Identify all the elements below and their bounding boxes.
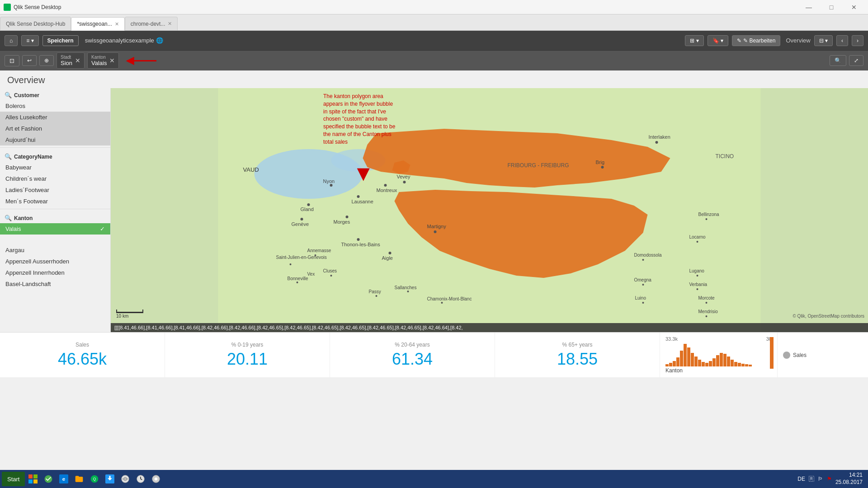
taskbar-icon-1[interactable]	[26, 472, 40, 486]
sidebar-item-appenzell-innerrhoden[interactable]: Appenzell Innerrhoden	[0, 267, 110, 278]
search-icon-customer: 🔍	[5, 92, 12, 99]
legend-sales-circle	[783, 352, 790, 359]
taskbar-time: 14:21 25.08.2017	[835, 472, 863, 486]
tab-swissgeoan[interactable]: *swissgeoan... ✕	[71, 17, 124, 31]
chart-bar-item	[680, 351, 683, 366]
stat-65plus-label: % 65+ years	[562, 342, 592, 348]
sidebar-item-art[interactable]: Art et Fashion	[0, 123, 110, 134]
sidebar-item-babywear[interactable]: Babywear	[0, 162, 110, 173]
bookmark-btn[interactable]: 🔖 ▾	[708, 35, 728, 46]
chart-orange-bar	[770, 337, 774, 369]
expand-btn[interactable]: ⤢	[849, 55, 863, 66]
sidebar-item-aujourdhui[interactable]: Aujourd´hui	[0, 134, 110, 145]
chart-bar-item	[669, 363, 672, 366]
svg-point-60	[642, 302, 644, 304]
sidebar-section-kanton: 🔍 Kanton	[0, 211, 110, 223]
tab-chromedevt[interactable]: chrome-devt... ✕	[125, 17, 178, 30]
svg-text:Lausanne: Lausanne	[352, 199, 373, 204]
filter-chip-stadt-value: Sion	[61, 60, 72, 66]
tab-hub-label: Qlik Sense Desktop-Hub	[6, 21, 65, 27]
sidebar-item-basel-landschaft[interactable]: Basel-Landschaft	[0, 278, 110, 290]
svg-point-40	[441, 302, 443, 304]
app-icon	[4, 4, 11, 11]
search-btn[interactable]: 🔍	[830, 55, 846, 66]
snapshot-icon: ⊞ ▾	[690, 38, 698, 44]
filter-chip-stadt-close[interactable]: ✕	[75, 57, 80, 64]
filter-search-area: 🔍 ⤢	[830, 55, 863, 66]
taskbar-icon-download[interactable]	[103, 472, 117, 486]
taskbar-icon-settings[interactable]	[149, 472, 163, 486]
sidebar-item-appenzell-ausserrhoden[interactable]: Appenzell Ausserrhoden	[0, 256, 110, 267]
filter-forward-btn[interactable]: ⊕	[39, 55, 54, 66]
filter-clear-all-btn[interactable]: ⊡	[5, 55, 19, 66]
taskbar-icon-2[interactable]	[41, 472, 56, 486]
sidebar-item-aargau[interactable]: Aargau	[0, 244, 110, 256]
taskbar: Start e Q DE 🇷 🏳 ⚑ 14:21 25.08.2017	[0, 470, 868, 488]
map-tooltip-bar: [[[[8.41,46.66],[8.41,46.66],[8.41,46.66…	[111, 323, 868, 332]
chart-bar-item	[720, 353, 723, 366]
filter-chip-kanton-label: Kanton	[91, 55, 107, 60]
edit-btn[interactable]: ✎ ✎ Bearbeiten	[732, 35, 780, 46]
filter-chip-kanton-close[interactable]: ✕	[109, 57, 115, 64]
overview-label: Overview	[786, 37, 810, 44]
nav-btn[interactable]: ≡ ▾	[21, 35, 38, 46]
taskbar-flag2: 🏳	[818, 476, 823, 482]
filter-chip-stadt-label: Stadt	[61, 55, 72, 60]
maximize-btn[interactable]: □	[821, 0, 842, 14]
start-button[interactable]: Start	[2, 472, 25, 486]
svg-point-38	[407, 291, 409, 292]
sidebar-item-mens-footwear[interactable]: Men´s Footwear	[0, 196, 110, 207]
svg-text:Lugano: Lugano	[689, 268, 705, 273]
stats-bar: Sales 46.65k % 0-19 years 20.11 % 20-64 …	[0, 332, 868, 377]
forward-btn[interactable]: ›	[852, 35, 863, 46]
svg-text:Montreux: Montreux	[377, 188, 397, 193]
back-btn[interactable]: ‹	[836, 35, 848, 46]
stat-20-64-label: % 20-64 years	[395, 342, 429, 348]
filter-chip-kanton[interactable]: Kanton Valais ✕	[87, 52, 119, 69]
sidebar-item-boleros[interactable]: Boleros	[0, 100, 110, 112]
legend-sales: Sales	[783, 352, 863, 359]
tab-hub[interactable]: Qlik Sense Desktop-Hub	[0, 17, 71, 30]
stat-0-19-value: 20.11	[227, 350, 268, 369]
sidebar-item-empty[interactable]	[0, 235, 110, 244]
taskbar-icon-folder[interactable]	[72, 472, 86, 486]
home-btn[interactable]: ⌂	[5, 35, 18, 46]
sidebar-item-ladies-footwear[interactable]: Ladies´Footwear	[0, 184, 110, 196]
minimize-btn[interactable]: —	[798, 0, 819, 14]
arrow-annotation: ◀	[126, 55, 156, 66]
svg-point-48	[642, 259, 644, 261]
chart-bar-item	[676, 357, 679, 366]
filter-chip-stadt[interactable]: Stadt Sion ✕	[57, 52, 85, 69]
window-title: Qlik Sense Desktop	[14, 4, 798, 10]
tab-chromedevt-close[interactable]: ✕	[168, 21, 172, 27]
svg-text:Saint-Julien-en-Genevois: Saint-Julien-en-Genevois	[276, 255, 327, 260]
snapshot-btn[interactable]: ⊞ ▾	[685, 35, 703, 46]
map-tooltip-text: [[[[8.41,46.66],[8.41,46.66],[8.41,46.66…	[114, 325, 463, 330]
svg-text:Annemasse: Annemasse	[307, 248, 331, 253]
taskbar-icon-clock[interactable]	[133, 472, 148, 486]
filter-back-btn[interactable]: ↩	[22, 55, 37, 66]
sidebar-categoryname-title: CategoryName	[14, 154, 52, 160]
bookmark-icon: 🔖 ▾	[712, 38, 723, 44]
close-btn[interactable]: ✕	[844, 0, 864, 14]
taskbar-icon-5[interactable]: Q	[87, 472, 102, 486]
sidebar-item-childrens-wear[interactable]: Children´s wear	[0, 173, 110, 184]
map-container[interactable]: VAUD FRIBOURG - FREIBURG TICINO Genève L…	[111, 88, 868, 332]
svg-text:Domodossola: Domodossola	[634, 253, 662, 258]
sheet-btn[interactable]: ⊟ ▾	[814, 35, 833, 46]
back-icon: ‹	[841, 38, 843, 44]
svg-point-8	[357, 195, 360, 198]
chart-bar-item	[749, 365, 752, 366]
stat-sales-label: Sales	[75, 342, 89, 348]
save-button[interactable]: Speichern	[42, 35, 79, 46]
taskbar-icon-security[interactable]	[118, 472, 132, 486]
tab-swissgeoan-close[interactable]: ✕	[115, 21, 119, 27]
taskbar-icon-3[interactable]: e	[57, 472, 71, 486]
chart-bar-item	[745, 364, 748, 366]
svg-text:Bonneville: Bonneville	[288, 276, 309, 281]
svg-point-34	[297, 282, 298, 283]
taskbar-lang: DE	[797, 476, 805, 482]
sidebar-item-alles[interactable]: Alles Lusekofter	[0, 112, 110, 123]
sidebar-item-valais[interactable]: Valais ✓	[0, 223, 110, 235]
svg-point-50	[697, 275, 698, 277]
